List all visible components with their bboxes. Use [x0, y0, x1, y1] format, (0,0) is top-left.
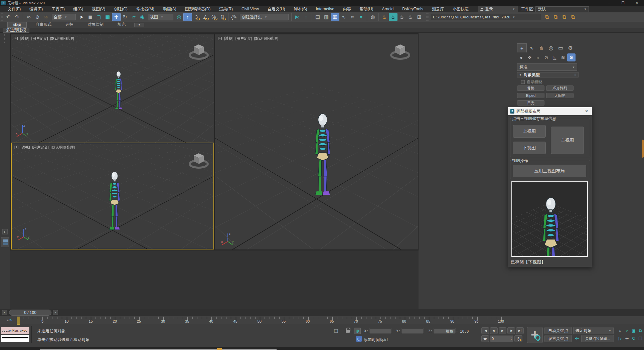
helpers-icon[interactable]: ◺ — [550, 53, 559, 61]
undo-icon[interactable]: ↶ — [4, 13, 13, 21]
menu-item[interactable]: 工具(T) — [47, 6, 69, 12]
percent-snap-icon[interactable]: % — [209, 13, 218, 21]
workspace-icon-3[interactable]: ⧉ — [560, 13, 569, 21]
object-type-button[interactable]: 太阳光 — [546, 93, 574, 98]
viewport-label-segment[interactable]: [+] — [14, 145, 19, 150]
motion-tab-icon[interactable]: ◎ — [546, 43, 556, 52]
menu-item[interactable]: 修改器(M) — [132, 6, 159, 12]
object-type-button[interactable]: 骨骼 — [517, 85, 544, 91]
next-frame-icon[interactable]: |▶ — [507, 327, 515, 334]
object-type-rollout[interactable]: ▼ 对象类型 ⠿ — [517, 72, 579, 77]
select-and-rotate-icon[interactable]: ↻ — [121, 13, 129, 21]
orbit-icon[interactable]: ↻ — [630, 335, 637, 343]
project-folder-dropdown[interactable]: C:\Users\Eyu\Documents\3ds Max 2020 ▼ — [431, 14, 541, 20]
menu-item[interactable]: 小图快渲 — [448, 6, 473, 12]
render-production-icon[interactable]: ♨ — [397, 13, 406, 21]
time-tag-icon[interactable]: ◷ — [356, 336, 362, 342]
menu-item[interactable]: 自定义(U) — [263, 6, 290, 12]
biped-skeleton[interactable] — [304, 111, 341, 200]
select-by-name-icon[interactable]: ≣ — [86, 13, 95, 21]
object-type-button[interactable]: 环形阵列 — [546, 85, 574, 91]
utilities-tab-icon[interactable]: ⚙ — [566, 43, 575, 52]
previous-key-button[interactable]: ‹ — [2, 310, 7, 315]
hierarchy-tab-icon[interactable]: ⋔ — [536, 43, 546, 52]
main-view-button[interactable]: 主视图 — [551, 127, 584, 154]
maximize-viewport-icon[interactable]: ❒ — [637, 335, 644, 343]
systems-icon[interactable]: ⚙ — [567, 53, 576, 61]
current-frame-field[interactable]: 0 ▴▾ — [490, 335, 513, 342]
crossing-selection-icon[interactable]: ▣ — [103, 13, 112, 21]
workspace-icon-1[interactable]: ⧉ — [542, 13, 551, 21]
x-coordinate-field[interactable] — [369, 328, 391, 334]
ribbon-tab[interactable]: 建模 — [7, 22, 27, 28]
space-warps-icon[interactable]: ≋ — [559, 53, 567, 61]
object-type-button[interactable]: 日光 — [517, 100, 544, 106]
selection-filter-dropdown[interactable]: 全部 ▼ — [52, 14, 76, 20]
menu-item[interactable]: BsKeyTools — [398, 6, 428, 12]
pan-icon[interactable]: ✛ — [624, 335, 630, 343]
expand-tray-button[interactable]: ▸ — [2, 229, 8, 234]
unlink-selection-icon[interactable]: ⊘ — [33, 13, 42, 21]
previous-frame-icon[interactable]: ◀| — [490, 327, 498, 334]
curve-editor-icon[interactable]: ∿ — [339, 13, 348, 21]
play-icon[interactable]: ▶ — [499, 327, 506, 334]
use-pivot-center-icon[interactable]: ◎ — [175, 13, 183, 21]
apply-layout-button[interactable]: 应用三视图布局 — [513, 165, 586, 177]
render-in-cloud-icon[interactable]: ♨ — [406, 13, 415, 21]
display-tab-icon[interactable]: ▭ — [556, 43, 566, 52]
viewport-label-segment[interactable]: [+] — [218, 36, 222, 41]
menu-item[interactable]: Interactive — [311, 6, 338, 12]
auto-key-button[interactable]: 自动关键点 — [544, 327, 572, 334]
toolbar-grip[interactable] — [426, 13, 429, 21]
object-type-button[interactable]: Biped — [517, 93, 544, 98]
zoom-all-icon[interactable]: ⌕ — [624, 327, 630, 335]
select-object-icon[interactable]: ➤ — [77, 13, 86, 21]
maxscript-mini-listener[interactable]: actionMan.exec — [1, 327, 29, 334]
isolate-selection-icon[interactable]: ❏ — [334, 328, 338, 334]
menu-item[interactable]: 视图(V) — [88, 6, 110, 12]
close-icon[interactable]: ✕ — [583, 109, 590, 114]
viewport-label-segment[interactable]: [+] — [14, 36, 18, 41]
view-cube[interactable] — [188, 150, 209, 171]
toolbar-grip[interactable] — [1, 13, 3, 21]
menu-item[interactable]: 脚本(S) — [289, 6, 311, 12]
geometry-icon[interactable]: ● — [517, 53, 525, 61]
menu-item[interactable]: 溜云库 — [428, 6, 448, 12]
named-selection-sets-dropdown[interactable]: 创建选择集 ▼ — [240, 14, 289, 20]
viewport-label-segment[interactable]: [默认明暗处理] — [254, 36, 278, 41]
select-and-scale-icon[interactable]: ▱ — [129, 13, 138, 21]
redo-icon[interactable]: ↷ — [13, 13, 21, 21]
time-configuration-icon[interactable]: ◷ — [514, 335, 522, 342]
edit-named-sets-icon[interactable]: {✎ — [230, 13, 238, 21]
viewport-layout-tabs-icon[interactable] — [1, 237, 9, 247]
zoom-extents-icon[interactable]: ▣ — [630, 327, 637, 335]
bind-to-space-warp-icon[interactable]: ≋ — [42, 13, 50, 21]
view-cube[interactable] — [188, 41, 209, 62]
dialog-title-bar[interactable]: 3 阿郎视图布局 ✕ — [508, 107, 592, 115]
shapes-icon[interactable]: ❖ — [525, 53, 534, 61]
menu-item[interactable]: 图形编辑器(D) — [181, 6, 215, 12]
key-filters-button[interactable]: 关键点过滤器... — [581, 335, 614, 342]
bottom-view-button[interactable]: 下视图 — [513, 142, 546, 154]
current-frame-marker[interactable] — [17, 317, 20, 325]
viewport-label-segment[interactable]: [透视] — [224, 36, 233, 41]
zoom-extents-all-icon[interactable]: ⧉ — [637, 327, 644, 335]
snap-3d-icon[interactable]: 3 — [192, 13, 201, 21]
menu-item[interactable]: 编辑(E) — [25, 6, 47, 12]
scene-explorer-icon[interactable]: ▤ — [313, 13, 322, 21]
ribbon-tab[interactable]: 填充 — [112, 22, 131, 28]
selection-set-dropdown[interactable]: 选定对象 ▼ — [573, 327, 614, 334]
fov-icon[interactable]: ▷ — [617, 335, 624, 343]
next-key-button[interactable]: › — [53, 310, 58, 315]
minimize-button[interactable]: – — [602, 0, 616, 6]
a360-gallery-icon[interactable]: ⊞ — [415, 13, 424, 21]
menu-item[interactable]: 文件(F) — [3, 6, 25, 12]
ribbon-minimize-button[interactable]: ▼ — [134, 23, 144, 27]
cameras-icon[interactable]: ⊙ — [542, 53, 550, 61]
go-to-end-icon[interactable]: ▶| — [516, 327, 524, 334]
viewport-label-segment[interactable]: [透视] — [20, 36, 29, 41]
maxscript-listener-line[interactable] — [1, 335, 29, 342]
menu-item[interactable]: 动画(A) — [159, 6, 181, 12]
login-dropdown[interactable]: 登录 ▼ — [478, 6, 518, 12]
viewport-label-segment[interactable]: [透视] — [21, 145, 30, 150]
